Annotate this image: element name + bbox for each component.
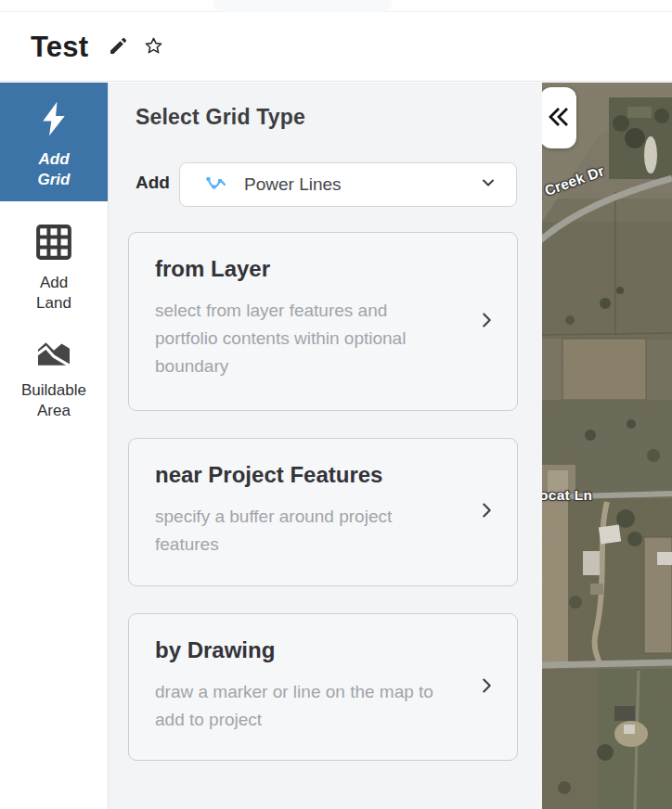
chevron-right-icon <box>476 675 497 700</box>
chevron-right-icon <box>476 500 497 524</box>
tool-sidebar: Add Grid Add Land <box>0 83 108 809</box>
card-by-drawing[interactable]: by Drawing draw a marker or line on the … <box>128 613 518 761</box>
double-chevron-left-icon <box>547 106 571 131</box>
sidebar-item-buildable-area[interactable]: Buildable Area <box>0 338 108 421</box>
polyline-icon <box>205 174 227 196</box>
star-icon <box>143 35 164 59</box>
browser-chrome-strip <box>0 0 672 12</box>
grid-type-dropdown[interactable]: Power Lines <box>179 162 517 207</box>
sidebar-item-label: Add Land <box>26 273 82 314</box>
card-description: select from layer features and portfolio… <box>155 297 435 380</box>
card-near-project-features[interactable]: near Project Features specify a buffer a… <box>128 438 518 586</box>
main-content: Add Grid Add Land <box>0 83 672 809</box>
card-title: near Project Features <box>155 462 461 488</box>
street-label-bobcat-ln: ocat Ln <box>542 487 592 504</box>
select-grid-type-panel: Select Grid Type Add Power Lines <box>108 83 542 809</box>
card-title: from Layer <box>155 256 461 282</box>
sidebar-item-add-grid[interactable]: Add Grid <box>0 83 108 201</box>
collapse-panel-button[interactable] <box>542 87 576 148</box>
sidebar-item-label: Buildable Area <box>15 380 93 421</box>
favorite-project-button[interactable] <box>143 35 164 59</box>
chevron-right-icon <box>476 310 497 334</box>
browser-tab-sliver <box>213 0 392 12</box>
pencil-icon <box>108 35 129 59</box>
card-description: draw a marker or line on the map to add … <box>155 678 435 734</box>
grid-icon <box>32 221 75 267</box>
card-description: specify a buffer around project features <box>155 503 435 559</box>
project-header: Test <box>0 13 672 82</box>
satellite-map[interactable]: f Creek Dr ocat Ln <box>542 83 672 809</box>
buildable-area-icon <box>33 338 74 373</box>
chevron-down-icon <box>479 173 498 196</box>
sidebar-item-label: Add Grid <box>26 149 82 190</box>
edit-title-button[interactable] <box>108 35 129 59</box>
card-title: by Drawing <box>155 637 461 663</box>
panel-heading: Select Grid Type <box>136 105 305 130</box>
grid-type-selected-value: Power Lines <box>244 174 479 195</box>
lightning-bolt-icon <box>36 99 71 142</box>
sidebar-item-add-land[interactable]: Add Land <box>0 221 108 314</box>
app-window: Test <box>0 0 672 809</box>
project-title: Test <box>31 31 88 64</box>
add-label: Add <box>136 173 170 193</box>
card-from-layer[interactable]: from Layer select from layer features an… <box>128 232 518 411</box>
